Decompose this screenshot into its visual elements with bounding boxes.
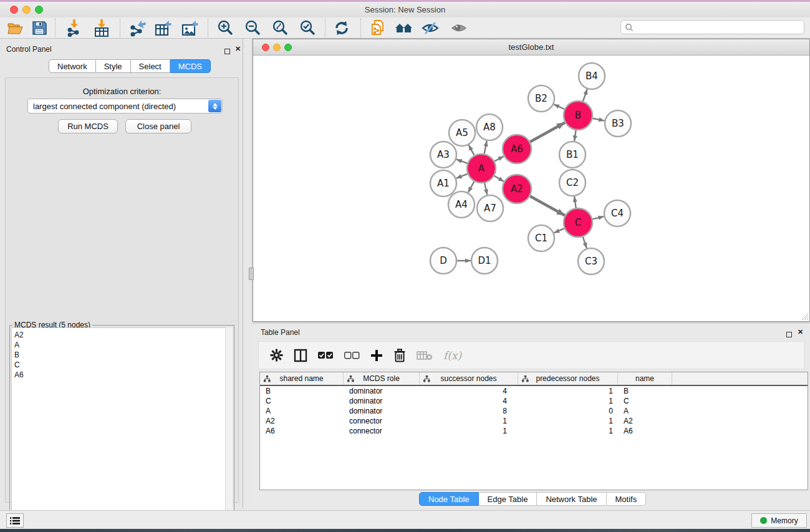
show-columns-icon[interactable] [294,349,307,362]
table-cell[interactable]: 1 [518,386,618,396]
graph-edge-B-B4[interactable] [583,89,587,102]
zoom-fit-icon[interactable] [271,19,289,37]
tab-edge-table[interactable]: Edge Table [479,492,538,506]
mcds-result-item[interactable]: A [14,340,226,350]
column-header-mcds-role[interactable]: MCDS role [344,372,420,385]
close-panel-button[interactable]: Close panel [125,119,191,133]
close-panel-icon[interactable]: ✕ [798,329,803,336]
table-cell[interactable]: B [260,386,344,396]
table-cell[interactable]: 4 [420,396,518,406]
graph-edge-A-A7[interactable] [485,183,487,195]
zoom-traffic-light[interactable] [284,44,292,51]
graph-edge-C-C1[interactable] [554,228,564,233]
table-cell[interactable]: connector [344,416,420,426]
close-panel-icon[interactable]: ✕ [235,46,241,52]
task-history-button[interactable] [6,513,24,528]
table-cell[interactable]: C [260,396,344,406]
network-window-titlebar[interactable]: testGlobe.txt [253,39,809,56]
table-cell[interactable]: dominator [344,386,420,396]
resize-grip-icon[interactable] [800,312,808,320]
add-column-icon[interactable] [370,349,383,362]
graph-edge-A-A5[interactable] [469,145,475,155]
table-cell[interactable]: A6 [260,426,344,436]
zoom-traffic-light[interactable] [35,6,43,14]
show-eye-icon[interactable] [450,19,468,37]
table-cell[interactable]: 1 [518,426,618,436]
graph-edge-C-C4[interactable] [592,216,604,219]
graph-edge-B-B1[interactable] [574,130,576,141]
table-cell[interactable]: B [618,386,672,396]
graph-edge-A-A6[interactable] [494,156,504,161]
search-box[interactable] [620,20,804,34]
mcds-result-item[interactable]: C [14,360,226,370]
splitter-handle[interactable] [249,268,254,280]
export-image-icon[interactable] [181,19,200,37]
tab-motifs[interactable]: Motifs [607,492,647,506]
table-cell[interactable]: dominator [344,396,420,406]
table-row[interactable]: A2connector11A2 [260,416,808,426]
table-cell[interactable]: connector [344,426,420,436]
graph-edge-C-C2[interactable] [574,196,576,208]
minimize-traffic-light[interactable] [273,44,281,51]
refresh-icon[interactable] [332,19,351,37]
table-row[interactable]: Cdominator41C [260,396,808,406]
search-input[interactable] [634,22,804,33]
table-cell[interactable]: 0 [518,406,618,416]
home-icon[interactable] [395,19,413,37]
hide-selected-eye-icon[interactable] [421,19,440,37]
export-table-icon[interactable] [154,19,173,37]
float-panel-icon[interactable] [786,329,792,340]
table-cell[interactable]: C [618,396,672,406]
graph-edge-A-A8[interactable] [485,141,487,154]
memory-button[interactable]: Memory [751,513,807,528]
result-scrollbar[interactable] [225,327,233,532]
tab-network[interactable]: Network [49,59,96,73]
close-traffic-light[interactable] [262,44,269,51]
mcds-result-list[interactable]: A2ABCA6 [11,327,226,532]
tab-network-table[interactable]: Network Table [537,492,606,506]
table-cell[interactable]: 4 [420,386,518,396]
close-traffic-light[interactable] [10,6,18,14]
network-canvas[interactable]: AA5A8A3A1A4A7A6A2BB2B4B3B1CC2C4C1C3DD1 [253,56,809,321]
deselect-all-icon[interactable] [344,352,360,359]
run-mcds-button[interactable]: Run MCDS [58,119,118,133]
graph-edge-A-A1[interactable] [456,174,467,178]
table-cell[interactable]: 1 [518,416,618,426]
graph-edge-C-C3[interactable] [583,237,587,248]
column-header-shared-name[interactable]: shared name [260,372,344,385]
table-cell[interactable]: 1 [420,416,518,426]
zoom-out-icon[interactable] [243,19,262,37]
node-table[interactable]: shared name MCDS role successor nodes pr… [259,372,808,490]
table-cell[interactable]: dominator [344,406,420,416]
table-row[interactable]: Adominator80A [260,406,808,416]
column-header-predecessor-nodes[interactable]: predecessor nodes [518,372,618,385]
zoom-selected-icon[interactable] [298,19,317,37]
table-cell[interactable]: A2 [618,416,672,426]
tab-style[interactable]: Style [96,59,131,73]
table-cell[interactable]: A [260,406,344,416]
column-header-name[interactable]: name [618,372,672,385]
export-network-icon[interactable] [128,19,147,37]
table-cell[interactable]: A [618,406,672,416]
mcds-result-item[interactable]: A6 [14,370,226,380]
float-panel-icon[interactable] [224,46,230,57]
delete-column-trash-icon[interactable] [393,349,406,362]
graph-edge-A6-B[interactable] [530,123,565,142]
graph-edge-A2-C[interactable] [530,196,565,216]
settings-gear-icon[interactable] [270,349,283,362]
minimize-traffic-light[interactable] [22,6,31,14]
table-row[interactable]: Bdominator41B [260,386,808,396]
graph-edge-A-A2[interactable] [494,176,504,181]
import-network-icon[interactable] [65,19,84,37]
tab-node-table[interactable]: Node Table [419,492,479,506]
table-cell[interactable]: A2 [260,416,344,426]
table-cell[interactable]: 8 [420,406,518,416]
dropdown-stepper-icon[interactable] [208,100,221,112]
graph-edge-A-A4[interactable] [468,181,475,193]
save-session-icon[interactable] [30,19,49,37]
table-cell[interactable]: A6 [618,426,672,436]
graph-edge-A-A3[interactable] [456,159,468,163]
mcds-result-item[interactable]: A2 [14,330,226,340]
column-header-successor-nodes[interactable]: successor nodes [420,372,518,385]
copy-network-icon[interactable] [369,19,387,37]
